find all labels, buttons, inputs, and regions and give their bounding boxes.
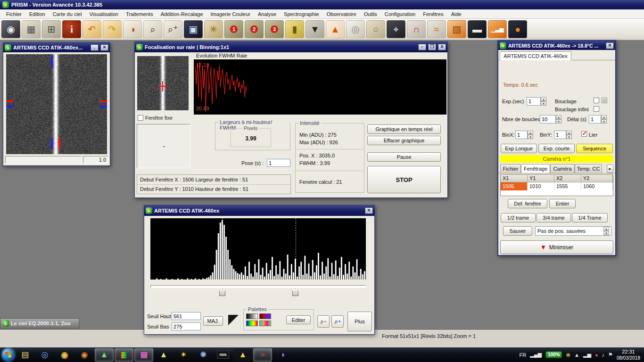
bouclage-infini-checkbox[interactable] [594, 106, 599, 112]
exp-courte-button[interactable]: Exp. courte [538, 144, 575, 153]
exp-spinner[interactable]: ▲▼ [541, 97, 546, 106]
menu-item-outils[interactable]: Outils [361, 10, 380, 18]
media-player-icon[interactable]: ◉ [75, 348, 94, 362]
palette-thermal-swatch[interactable] [259, 313, 271, 319]
delai-input[interactable] [589, 115, 601, 123]
close-button[interactable]: ✕ [100, 44, 108, 51]
planet-icon[interactable]: ● [508, 20, 527, 38]
zoom-out-icon[interactable]: ⌕− [317, 315, 330, 328]
histogram-window-titlebar[interactable]: ▲ ARTEMIS CCD ATIK-460ex ✕ [144, 206, 374, 216]
table-header-y2[interactable]: Y2 [581, 175, 613, 182]
open-image-icon[interactable]: ◉ [1, 20, 20, 38]
curve-a-icon[interactable]: ↶ [83, 20, 101, 38]
exp-longue-button[interactable]: Exp Longue [501, 144, 537, 153]
tray-record-icon[interactable]: ● [595, 352, 598, 358]
close-button[interactable]: ✕ [365, 207, 373, 214]
burst-icon[interactable]: ✳ [204, 20, 223, 38]
table-header-x2[interactable]: X2 [554, 175, 581, 182]
low-threshold-handle[interactable] [219, 288, 225, 296]
bouclage-checkbox[interactable] [594, 98, 599, 103]
camera-3-icon[interactable]: 3 [265, 20, 284, 38]
screen-icon[interactable]: ▬ [468, 20, 487, 38]
exp-input[interactable] [527, 97, 541, 106]
tab-fichier[interactable]: Fichier [500, 164, 521, 173]
language-indicator[interactable]: FR [520, 352, 527, 358]
isis-app-icon[interactable]: ISIS [214, 348, 232, 362]
bouclage-stop-button[interactable]: ✕ [602, 98, 607, 103]
cone-icon[interactable]: ▲ [326, 20, 345, 38]
table-header-y1[interactable]: Y1 [528, 175, 554, 182]
editer-button[interactable]: Editer [286, 315, 311, 324]
battery-icon[interactable]: ▮ [285, 20, 304, 38]
spectrum-app-icon[interactable]: ≈ [253, 348, 272, 362]
star-app-icon[interactable]: ✶ [174, 348, 193, 362]
explorer-icon[interactable]: ▤ [16, 348, 34, 362]
menu-item-fichier[interactable]: Fichier [3, 10, 25, 18]
maj-button[interactable]: MAJ. [203, 316, 223, 326]
camera-1-icon[interactable]: 1 [224, 20, 243, 38]
tab-scroll-button[interactable]: ► [607, 165, 613, 173]
save-icon[interactable]: ▦ [22, 20, 41, 38]
crosshair-icon[interactable]: ⌖ [387, 20, 405, 38]
def-fenetre-button[interactable]: Def. fenêtre [508, 199, 547, 208]
capture-icon[interactable]: ▣ [184, 20, 203, 38]
menu-item-aide[interactable]: Aide [448, 10, 465, 18]
mosaic-app-icon[interactable]: ▩ [134, 348, 153, 362]
menu-item-edition[interactable]: Edition [26, 10, 49, 18]
clear-graph-button[interactable]: Effacer graphique [367, 136, 441, 145]
table-header-x1[interactable]: X1 [501, 175, 528, 182]
menu-item-observatoire[interactable]: Observatoire [323, 10, 360, 18]
sauver-button[interactable]: Sauver [503, 226, 532, 236]
close-button[interactable]: ✕ [606, 42, 614, 49]
chrome-icon[interactable]: ◉ [55, 348, 74, 362]
night-app-icon[interactable]: ◑ [273, 348, 292, 362]
pennant-icon[interactable] [228, 315, 239, 325]
network-signal-icon[interactable]: ▂▄▆ [530, 352, 542, 358]
palette-rainbow-swatch[interactable] [246, 321, 258, 326]
menu-item-analyse[interactable]: Analyse [255, 10, 280, 18]
high-threshold-handle[interactable] [292, 288, 298, 296]
nbre-boucles-spinner[interactable]: ▲▼ [556, 115, 561, 123]
table-cell-y2[interactable]: 1060 [581, 182, 613, 190]
minimize-button[interactable]: _ [91, 44, 99, 51]
biny-spinner[interactable]: ▲▼ [566, 131, 572, 139]
fenetre-fixe-checkbox[interactable] [138, 115, 143, 121]
camera-panel-titlebar[interactable]: ▲ ARTEMIS CCD ATIK-460ex -> 18.8°C ... ✕ [498, 41, 615, 50]
sequence-button[interactable]: Sequence [576, 144, 613, 153]
realtime-graph-button[interactable]: Graphique en temps réel [367, 124, 441, 134]
lier-checkbox[interactable] [581, 131, 587, 137]
app-titlebar[interactable]: ▲ PRISM - Version Avancée 10.3.42.385 [0, 0, 644, 9]
pose-input[interactable] [267, 159, 290, 167]
menu-item-fenetres[interactable]: Fenêtres [420, 10, 446, 18]
show-hidden-icons[interactable]: ▲ [574, 352, 579, 358]
saved-positions-spinner[interactable]: ▲▼ [603, 227, 609, 235]
disc-icon[interactable]: ○ [366, 20, 385, 38]
binx-spinner[interactable]: ▲▼ [528, 131, 533, 139]
curve-b-icon[interactable]: ↷ [103, 20, 122, 38]
palette-multicolor-swatch[interactable] [259, 321, 271, 326]
menu-item-imagerie-couleur[interactable]: Imagerie Couleur [207, 10, 254, 18]
steps-icon[interactable]: ▁▃▅ [488, 20, 507, 38]
zoom-in-icon[interactable]: ⌕+ [331, 315, 344, 328]
prism-app-icon[interactable]: ▲ [95, 348, 114, 362]
line-thumbnail-view[interactable] [137, 56, 189, 110]
ccd-window-titlebar[interactable]: ▲ ARTEMIS CCD ATIK-460ex... _ ✕ [3, 43, 110, 52]
globe-icon[interactable]: ◎ [35, 348, 54, 362]
magnet-icon[interactable]: ∩ [407, 20, 426, 38]
minimiser-button[interactable]: ▼ Minimiser [500, 240, 613, 254]
clamp-icon[interactable]: ▼ [305, 20, 324, 38]
table-cell-y1[interactable]: 1010 [528, 182, 554, 190]
table-cell-x2[interactable]: 1555 [554, 182, 581, 190]
binx-input[interactable] [515, 131, 528, 139]
tray-volume-icon[interactable]: ♪ [602, 352, 605, 358]
histogram-chart[interactable] [150, 218, 366, 280]
palette-app-icon[interactable]: ▦ [115, 348, 133, 362]
maximize-button[interactable]: ❒ [428, 44, 436, 50]
minimize-button[interactable]: – [418, 44, 426, 50]
minimized-sky-window[interactable]: ▲ Le ciel EQ.2000-1-1, Zoo [0, 318, 79, 329]
dome-icon[interactable]: ◎ [346, 20, 365, 38]
focus-window-titlebar[interactable]: ▲ Focalisation sur raie | Binning:1x1 – … [135, 42, 447, 52]
stop-button[interactable]: STOP [367, 166, 441, 193]
export-icon[interactable]: ⊞ [42, 20, 61, 38]
table-cell-x1[interactable]: 1505 [501, 182, 528, 190]
